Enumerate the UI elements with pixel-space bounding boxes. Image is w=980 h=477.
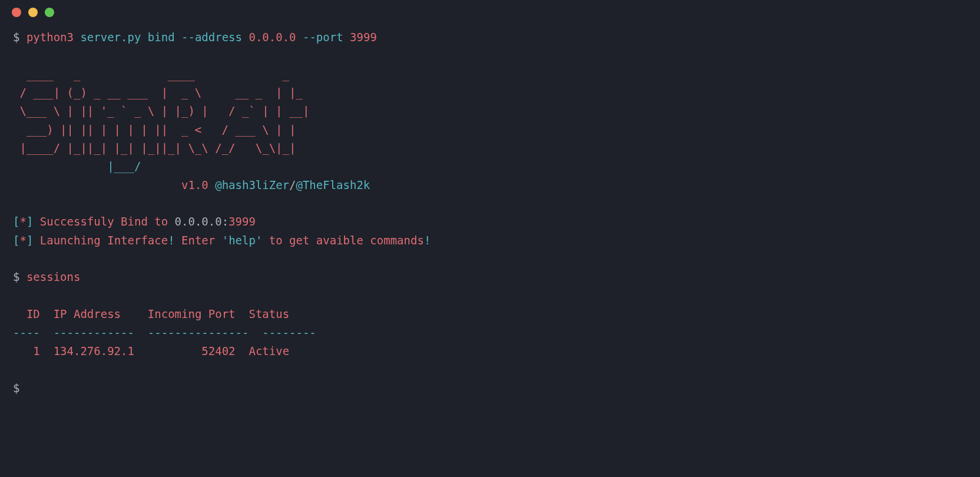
author-handle-2: @TheFlash2k (296, 178, 370, 191)
star-icon: * (19, 215, 26, 228)
col-hdr-id: ID (13, 307, 40, 320)
cmd-sessions: sessions (27, 270, 81, 283)
cell-ip: 134.276.92.1 (54, 344, 134, 357)
flag-port: --port (303, 31, 343, 44)
close-icon[interactable] (12, 8, 21, 17)
cmd-file: server.py (80, 31, 141, 44)
version-text: v1.0 (181, 178, 215, 191)
prompt-symbol: $ (13, 31, 27, 44)
col-hdr-ip: IP Address (54, 307, 134, 320)
arg-port: 3999 (350, 31, 377, 44)
arg-address: 0.0.0.0 (249, 31, 296, 44)
author-handle-1: @hash3liZer (215, 178, 289, 191)
cell-port: 52402 (148, 344, 236, 357)
prompt-symbol: $ (13, 270, 27, 283)
fullscreen-icon[interactable] (45, 8, 54, 17)
status-launch-a: Launching Interface (40, 234, 168, 247)
help-keyword: help (229, 234, 256, 247)
cmd-exe: python3 (27, 31, 74, 44)
window-titlebar (0, 0, 980, 25)
minimize-icon[interactable] (28, 8, 38, 17)
table-rule: ---- ------------ --------------- ------… (13, 326, 316, 339)
status-bind-msg: Successfuly Bind to (40, 215, 175, 228)
star-icon: * (19, 234, 26, 247)
cell-id: 1 (13, 344, 40, 357)
terminal-body[interactable]: $ python3 server.py bind --address 0.0.0… (0, 25, 980, 398)
banner-line (13, 178, 181, 191)
flag-address: --address (181, 31, 242, 44)
cell-status: Active (249, 344, 289, 357)
prompt-symbol: $ (13, 382, 19, 395)
col-hdr-port: Incoming Port (148, 307, 236, 320)
ascii-banner: ____ _ ____ _ (13, 68, 289, 81)
cmd-sub: bind (148, 31, 175, 44)
col-hdr-status: Status (249, 307, 303, 320)
